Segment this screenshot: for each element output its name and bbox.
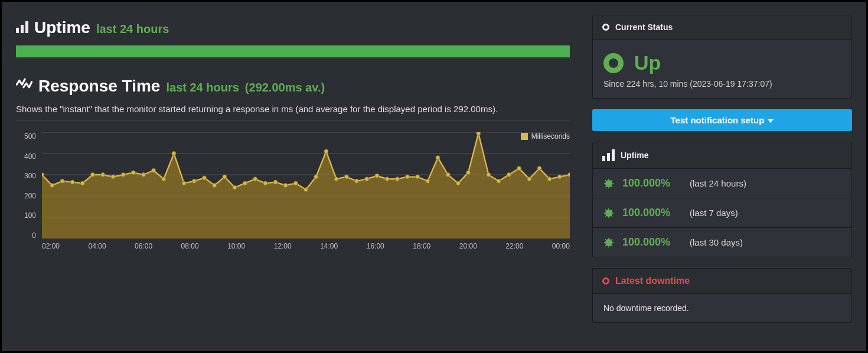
svg-point-18 [162, 177, 166, 181]
x-tick: 06:00 [135, 242, 152, 250]
svg-point-31 [293, 181, 298, 185]
x-tick: 22:00 [505, 242, 523, 250]
svg-point-11 [90, 173, 94, 177]
x-tick: 04:00 [89, 242, 106, 250]
svg-point-24 [223, 175, 227, 179]
response-description: Shows the "instant" that the monitor sta… [16, 104, 570, 114]
svg-line-65 [611, 185, 612, 187]
dashboard-page: Uptime last 24 hours Response Time last … [0, 0, 868, 353]
svg-point-50 [487, 173, 491, 177]
uptime-subtitle: last 24 hours [96, 22, 169, 36]
svg-point-36 [344, 175, 348, 179]
left-column: Uptime last 24 hours Response Time last … [16, 15, 570, 338]
y-tick: 0 [32, 231, 40, 240]
test-notification-button[interactable]: Test notification setup [592, 109, 852, 131]
uptime-label: (last 30 days) [690, 237, 743, 247]
uptime-title: Uptime [34, 18, 90, 37]
svg-point-41 [395, 177, 399, 181]
x-tick: 20:00 [459, 242, 477, 250]
x-tick: 12:00 [274, 242, 292, 250]
y-axis-labels: 5004003002001000 [16, 132, 40, 240]
svg-point-6 [42, 173, 44, 177]
svg-point-39 [375, 174, 379, 178]
svg-point-26 [243, 181, 247, 185]
downtime-body: No downtime recorded. [593, 294, 851, 322]
uptime-label: (last 7 days) [690, 208, 738, 218]
svg-point-32 [304, 188, 308, 192]
svg-point-25 [233, 185, 237, 189]
seal-icon [603, 237, 614, 248]
status-header: Current Status [593, 15, 851, 40]
uptime-panel-header: Uptime [593, 142, 851, 169]
svg-point-43 [416, 175, 420, 179]
bars-icon [16, 21, 28, 33]
svg-point-40 [385, 177, 389, 181]
caret-down-icon [768, 119, 774, 123]
svg-point-52 [507, 173, 511, 177]
response-title: Response Time [38, 77, 160, 96]
status-header-text: Current Status [615, 22, 673, 32]
svg-point-10 [80, 181, 84, 185]
svg-point-35 [334, 177, 338, 181]
test-button-label: Test notification setup [671, 115, 765, 125]
status-since: Since 224 hrs, 10 mins (2023-06-19 17:37… [603, 79, 841, 89]
svg-point-12 [101, 173, 105, 177]
svg-line-74 [611, 215, 612, 216]
svg-line-83 [611, 244, 612, 246]
x-tick: 14:00 [320, 242, 338, 250]
response-subtitle: last 24 hours [166, 81, 239, 94]
svg-line-75 [605, 215, 606, 216]
svg-point-15 [131, 171, 135, 175]
downtime-panel: Latest downtime No downtime recorded. [592, 268, 852, 323]
svg-line-85 [611, 239, 612, 240]
response-avg: (292.00ms av.) [245, 81, 325, 94]
response-heading: Response Time last 24 hours (292.00ms av… [16, 75, 570, 96]
svg-line-82 [605, 239, 606, 240]
svg-point-30 [283, 184, 288, 188]
x-tick: 16:00 [367, 242, 384, 250]
svg-point-51 [497, 179, 501, 183]
uptime-pct: 100.000% [622, 207, 681, 219]
x-axis-labels: 02:0004:0006:0008:0010:0012:0014:0016:00… [42, 238, 570, 250]
chart-plot[interactable] [42, 132, 570, 238]
svg-point-9 [70, 180, 74, 184]
svg-point-42 [405, 175, 409, 179]
status-indicator: Up [603, 51, 841, 74]
uptime-list: 100.000% (last 24 hours) 100.000% (last … [593, 169, 851, 257]
svg-point-22 [203, 176, 207, 180]
uptime-pct: 100.000% [622, 236, 681, 249]
downtime-header: Latest downtime [593, 269, 851, 294]
record-icon-red [602, 277, 609, 285]
uptime-panel: Uptime 100.000% (last 24 hours) 100.000%… [592, 142, 852, 257]
status-text: Up [634, 51, 661, 74]
svg-line-73 [605, 210, 606, 211]
x-tick: 02:00 [42, 242, 60, 250]
pulse-icon [16, 75, 32, 91]
svg-point-28 [263, 181, 267, 185]
seal-icon [603, 208, 614, 218]
right-column: Current Status Up Since 224 hrs, 10 mins… [592, 15, 852, 338]
svg-line-76 [611, 210, 612, 211]
svg-point-16 [141, 173, 145, 177]
x-tick: 18:00 [413, 242, 430, 250]
svg-point-21 [192, 179, 196, 183]
svg-point-27 [253, 177, 257, 181]
uptime-row: 100.000% (last 30 days) [593, 227, 851, 257]
svg-point-54 [527, 177, 531, 181]
svg-point-37 [354, 179, 358, 183]
svg-point-20 [182, 181, 186, 185]
svg-point-47 [456, 181, 460, 185]
svg-point-19 [172, 152, 176, 156]
y-tick: 300 [24, 172, 40, 180]
record-icon [602, 24, 609, 31]
uptime-label: (last 24 hours) [690, 178, 746, 188]
svg-point-57 [557, 175, 562, 179]
separator [16, 120, 570, 120]
svg-point-49 [477, 132, 481, 135]
svg-point-53 [517, 166, 521, 171]
svg-line-67 [611, 180, 612, 181]
svg-point-44 [426, 179, 430, 183]
current-status-panel: Current Status Up Since 224 hrs, 10 mins… [592, 15, 852, 99]
svg-line-66 [605, 185, 606, 187]
svg-point-34 [324, 149, 328, 153]
